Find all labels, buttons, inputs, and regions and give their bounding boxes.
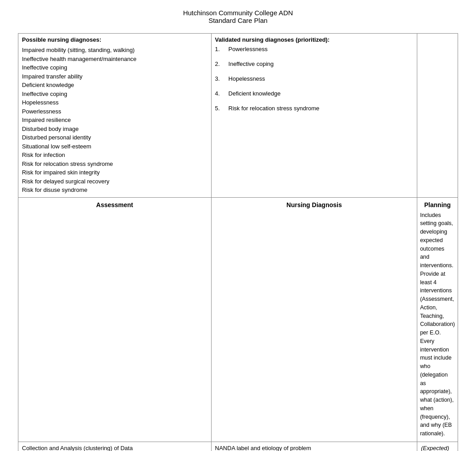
validated-item-3: 3. Hopelessness: [215, 75, 414, 82]
outcome-label: (Expected) Measurable Outcome (the patie…: [421, 445, 454, 451]
diagnoses-row: Possible nursing diagnoses: Impaired mob…: [18, 34, 458, 198]
diag-item-8: Powerlessness: [22, 107, 208, 116]
validated-num-3: 3.: [215, 75, 229, 82]
diag-item-1: Impaired mobility (sitting, standing, wa…: [22, 46, 208, 55]
possible-diagnoses-cell: Possible nursing diagnoses: Impaired mob…: [18, 34, 212, 198]
validated-num-1: 1.: [215, 46, 229, 52]
diag-item-10: Disturbed body image: [22, 125, 208, 134]
data-row: Collection and Analysis (clustering) of …: [18, 442, 458, 451]
diag-item-5: Deficient knowledge: [22, 81, 208, 90]
validated-item-1: 1. Powerlessness: [215, 46, 414, 52]
validated-text-5: Risk for relocation stress syndrome: [229, 105, 320, 112]
nursing-diagnosis-data-label: NANDA label and etiology of problem: [215, 445, 414, 451]
column-headers-row: Assessment Nursing Diagnosis Planning In…: [18, 197, 458, 442]
nursing-diagnosis-data-cell: NANDA label and etiology of problem: [211, 442, 417, 451]
planning-description: Includes setting goals, developing expec…: [420, 211, 455, 438]
validated-text-4: Deficient knowledge: [229, 90, 281, 97]
planning-data-cell: (Expected) Measurable Outcome (the patie…: [417, 442, 458, 451]
diag-item-7: Hopelessness: [22, 98, 208, 107]
validated-diagnoses-cell: Validated nursing diagnoses (prioritized…: [211, 34, 417, 198]
validated-num-4: 4.: [215, 90, 229, 97]
diag-item-14: Risk for relocation stress syndrome: [22, 160, 208, 169]
diag-item-16: Risk for delayed surgical recovery: [22, 177, 208, 186]
validated-num-2: 2.: [215, 61, 229, 67]
nursing-diagnosis-header: Nursing Diagnosis: [211, 197, 417, 442]
validated-diagnoses-header: Validated nursing diagnoses (prioritized…: [215, 36, 414, 43]
diag-item-4: Impaired transfer ability: [22, 72, 208, 81]
planning-header-cell: Planning Includes setting goals, develop…: [417, 197, 458, 442]
diag-item-12: Situational low self-esteem: [22, 142, 208, 151]
possible-diagnoses-header: Possible nursing diagnoses:: [22, 36, 208, 43]
diag-item-13: Risk for infection: [22, 151, 208, 160]
assessment-header: Assessment: [18, 197, 212, 442]
diag-item-17: Risk for disuse syndrome: [22, 186, 208, 195]
page-header: Hutchinson Community College ADN Standar…: [18, 9, 458, 24]
header-line2: Standard Care Plan: [18, 17, 458, 24]
assessment-data-label: Collection and Analysis (clustering) of …: [22, 445, 208, 451]
validated-num-5: 5.: [215, 105, 229, 112]
diag-item-6: Ineffective coping: [22, 90, 208, 99]
diag-item-9: Impaired resilience: [22, 116, 208, 125]
header-line1: Hutchinson Community College ADN: [18, 9, 458, 17]
validated-item-5: 5. Risk for relocation stress syndrome: [215, 105, 414, 112]
diag-item-11: Disturbed personal identity: [22, 133, 208, 142]
diag-item-2: Ineffective health management/maintenanc…: [22, 55, 208, 64]
assessment-data-cell: Collection and Analysis (clustering) of …: [18, 442, 212, 451]
diag-item-15: Risk for impaired skin integrity: [22, 168, 208, 177]
diag-item-3: Ineffective coping: [22, 63, 208, 72]
validated-text-2: Ineffective coping: [229, 61, 274, 67]
validated-diagnoses-list: 1. Powerlessness 2. Ineffective coping 3…: [215, 46, 414, 112]
possible-diagnoses-list: Impaired mobility (sitting, standing, wa…: [22, 46, 208, 195]
validated-item-2: 2. Ineffective coping: [215, 61, 414, 67]
validated-text-1: Powerlessness: [229, 46, 268, 52]
main-table: Possible nursing diagnoses: Impaired mob…: [18, 33, 458, 451]
validated-item-4: 4. Deficient knowledge: [215, 90, 414, 97]
planning-label: Planning: [420, 201, 455, 208]
validated-text-3: Hopelessness: [229, 75, 265, 82]
page-container: Hutchinson Community College ADN Standar…: [0, 0, 476, 451]
